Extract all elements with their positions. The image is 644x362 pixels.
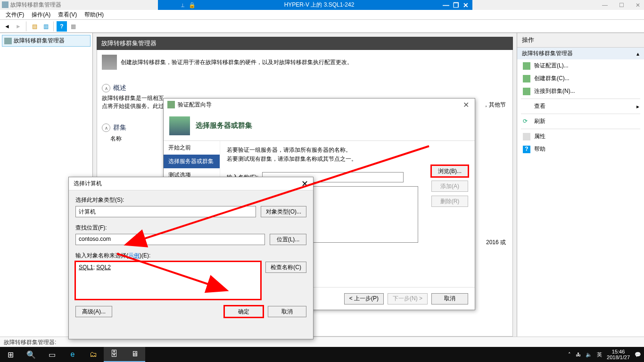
close-icon[interactable]: ✕ xyxy=(301,179,308,189)
text-fragment: ，其他节 xyxy=(483,101,506,109)
taskview-icon[interactable]: ▭ xyxy=(41,347,62,362)
action-label: 属性 xyxy=(534,132,545,140)
host-maximize-icon[interactable]: ☐ xyxy=(619,2,624,8)
menu-file[interactable]: 文件(F) xyxy=(3,10,27,20)
wizard-step-select[interactable]: 选择服务器或群集 xyxy=(164,155,220,168)
nav-fwd-icon[interactable]: ► xyxy=(13,21,24,32)
clusters-header: 群集 xyxy=(113,123,126,132)
create-icon xyxy=(523,75,530,82)
menu-action[interactable]: 操作(A) xyxy=(29,10,53,20)
host-minimize-icon[interactable]: — xyxy=(602,2,608,8)
separator xyxy=(53,21,54,32)
notifications-icon[interactable]: 💬 xyxy=(635,352,641,358)
chevron-up-icon[interactable]: ∧ xyxy=(102,84,110,92)
volume-icon[interactable]: 🔈 xyxy=(586,352,592,358)
clock-time: 15:46 xyxy=(607,349,630,354)
select-computer-dialog: 选择计算机 ✕ 选择此对象类型(S): 计算机 对象类型(O)... 查找位置(… xyxy=(68,177,314,339)
add-button: 添加(A) xyxy=(431,181,468,192)
action-props[interactable]: 属性 xyxy=(517,130,644,143)
action-help[interactable]: ?帮助 xyxy=(517,143,644,156)
text-fragment2: 2016 或 xyxy=(486,239,506,247)
action-refresh[interactable]: ⟳刷新 xyxy=(517,115,644,128)
tray-chevron-icon[interactable]: ˄ xyxy=(568,352,571,358)
cancel-button[interactable]: 取消 xyxy=(431,293,468,304)
wizard-title-text: 验证配置向导 xyxy=(178,101,212,109)
nav-back-icon[interactable]: ◄ xyxy=(2,21,12,32)
host-close-icon[interactable]: ✕ xyxy=(636,2,640,8)
cancel-button[interactable]: 取消 xyxy=(268,306,306,317)
thumbtack-icon[interactable]: ⟂ xyxy=(179,1,186,9)
intro-text: 创建故障转移群集，验证用于潜在故障转移群集的硬件，以及对故障转移群集执行配置更改… xyxy=(121,58,353,66)
action-label: 连接到群集(N)... xyxy=(534,87,575,95)
taskbar: ⊞ 🔍 ▭ e 🗂 🗄 🖥 ˄ 🖧 🔈 英 15:46 2018/1/27 💬 xyxy=(0,347,644,362)
servermgr-icon[interactable]: 🗄 xyxy=(104,347,124,362)
search-icon[interactable]: 🔍 xyxy=(21,347,41,362)
vm-minimize-icon[interactable]: — xyxy=(443,1,449,9)
divider xyxy=(521,114,640,114)
cluster-manager-icon xyxy=(4,38,12,44)
help-icon: ? xyxy=(523,146,530,153)
collapse-icon[interactable]: ▴ xyxy=(636,50,639,57)
menubar: 文件(F) 操作(A) 查看(V) 帮助(H) xyxy=(0,10,644,20)
clustermgr-icon[interactable]: 🖥 xyxy=(124,347,145,362)
properties-icon xyxy=(523,133,530,140)
panel1-icon[interactable]: ▤ xyxy=(29,21,40,32)
refresh-icon: ⟳ xyxy=(523,118,530,125)
vm-blue-bar: ⟂ 🔒 HYPER-V 上的 3.SQL1-242 — ❐ ✕ xyxy=(158,0,472,10)
ok-button[interactable]: 确定 xyxy=(224,306,263,317)
wizard-desc2: 若要测试现有群集，请添加群集名称或其节点之一。 xyxy=(227,155,468,164)
actions-header: 操作 xyxy=(517,33,644,48)
location-label: 查找位置(F): xyxy=(75,224,306,232)
advanced-button[interactable]: 高级(A)... xyxy=(75,306,112,317)
tree-root-item[interactable]: 故障转移群集管理器 xyxy=(2,35,91,47)
names-label: 输入对象名称来选择(示例)(E): xyxy=(75,252,306,260)
host-app-title: 故障转移群集管理器 xyxy=(0,1,61,9)
names-label-prefix: 输入对象名称来选择( xyxy=(75,252,128,259)
wizard-step-before[interactable]: 开始之前 xyxy=(164,141,220,155)
remove-button: 删除(R) xyxy=(431,196,468,207)
names-label-suffix: )(E): xyxy=(140,252,150,259)
action-view[interactable]: 查看▸ xyxy=(517,100,644,113)
edge-icon[interactable]: e xyxy=(62,347,83,362)
overview-header: 概述 xyxy=(113,84,126,92)
ime-indicator[interactable]: 英 xyxy=(597,351,602,358)
action-validate[interactable]: 验证配置(L)... xyxy=(517,59,644,72)
action-connect[interactable]: 连接到群集(N)... xyxy=(517,85,644,98)
location-field: contoso.com xyxy=(75,234,265,245)
divider xyxy=(521,129,640,129)
action-create[interactable]: 创建群集(C)... xyxy=(517,72,644,85)
prev-button[interactable]: < 上一步(P) xyxy=(344,293,384,304)
help-icon[interactable]: ? xyxy=(57,21,67,32)
toolbar: ◄ ► ▤ ▥ ? ▦ xyxy=(0,20,644,33)
object-names-input[interactable]: SQL1; SQL2 xyxy=(75,262,261,299)
clock[interactable]: 15:46 2018/1/27 xyxy=(607,349,630,360)
wizard-step-icon xyxy=(169,116,190,135)
object-type-field: 计算机 xyxy=(75,206,256,217)
close-icon[interactable]: ✕ xyxy=(461,100,471,109)
action-label: 创建群集(C)... xyxy=(534,74,570,82)
vm-close-icon[interactable]: ✕ xyxy=(463,1,469,9)
network-icon[interactable]: 🖧 xyxy=(576,352,581,357)
clock-date: 2018/1/27 xyxy=(607,354,630,360)
explorer-icon[interactable]: 🗂 xyxy=(83,347,104,362)
object-type-button[interactable]: 对象类型(O)... xyxy=(261,206,306,217)
name-sql1: SQL1 xyxy=(79,264,93,271)
browse-button[interactable]: 浏览(B)... xyxy=(431,165,468,177)
menu-view[interactable]: 查看(V) xyxy=(55,10,80,20)
connect-icon xyxy=(523,88,530,95)
chevron-up-icon[interactable]: ∧ xyxy=(102,123,110,132)
vm-restore-icon[interactable]: ❐ xyxy=(453,1,459,9)
check-names-button[interactable]: 检查名称(C) xyxy=(265,262,306,273)
action-label: 查看 xyxy=(534,102,545,110)
next-button: 下一步(N) > xyxy=(388,293,428,304)
start-icon[interactable]: ⊞ xyxy=(0,347,21,362)
cluster-icon xyxy=(102,55,117,70)
panel2-icon[interactable]: ▥ xyxy=(41,21,51,32)
example-link[interactable]: 示例 xyxy=(128,252,140,259)
lock-icon[interactable]: 🔒 xyxy=(188,1,196,9)
name-sql2: SQL2 xyxy=(96,264,111,271)
location-button[interactable]: 位置(L)... xyxy=(270,234,306,245)
menu-help[interactable]: 帮助(H) xyxy=(82,10,107,20)
layout-icon[interactable]: ▦ xyxy=(68,21,78,32)
actions-section-title: 故障转移群集管理器 xyxy=(522,49,573,58)
